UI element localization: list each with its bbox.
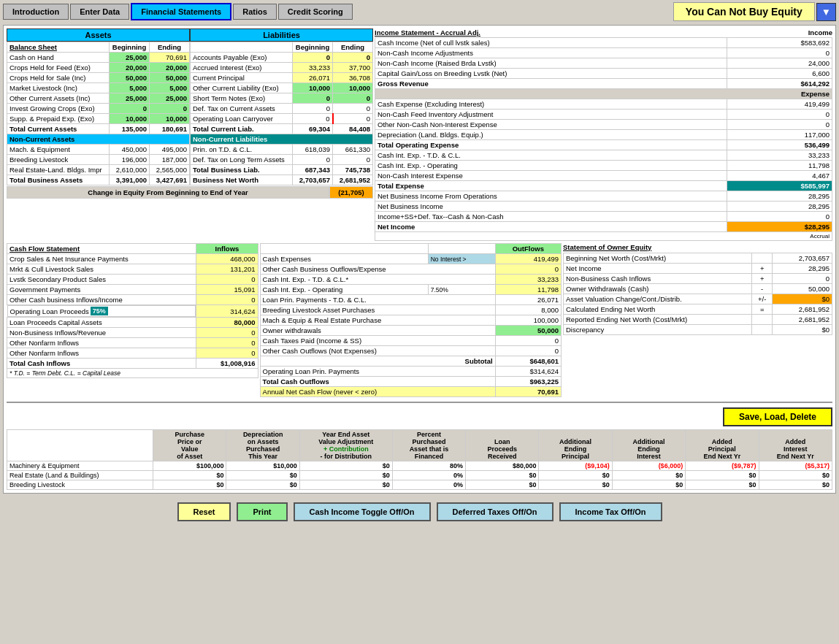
save-load-delete-button[interactable]: Save, Load, Delete [723, 407, 832, 426]
top-navigation: Introduction Enter Data Financial Statem… [0, 0, 839, 23]
income-tax-button[interactable]: Income Tax Off/On [559, 502, 662, 521]
accrual-label: Accrual [375, 232, 832, 241]
page-title: You Can Not Buy Equity [673, 2, 815, 21]
col-add-ep-header: AdditionalEndingPrincipal [539, 430, 612, 461]
col-added-p-header: AddedPrincipalEnd Next Yr [686, 430, 759, 461]
liabilities-header: Liabilities [190, 28, 373, 42]
beginning-header: Beginning [110, 42, 150, 53]
equity-change-label: Change in Equity From Beginning to End o… [7, 186, 329, 199]
assets-header: Assets [7, 28, 190, 42]
asset-cash-on-hand: Cash on Hand [7, 53, 110, 63]
asset-row-breeding-livestock: Breeding Livestock $0 $0 $0 0% $0 $0 $0 … [7, 480, 832, 490]
main-content: Assets Balance Sheet Beginning Ending Ca… [3, 25, 836, 494]
ending-header: Ending [150, 42, 190, 53]
cash-flow-inflows-table: Cash Flow Statement Inflows Crop Sales &… [7, 243, 258, 378]
liabilities-table: Beginning Ending Accounts Payable (Exo)0… [190, 42, 373, 185]
footer-buttons: Reset Print Cash Income Toggle Off/On De… [0, 499, 839, 524]
col-loan-header: LoanProceedsReceived [466, 430, 539, 461]
col-depreciation-header: Depreciationon AssetsPurchasedThis Year [226, 430, 299, 461]
tab-financial-statements[interactable]: Financial Statements [131, 3, 231, 20]
asset-row-machinery: Machinery & Equipment $100,000 $10,000 $… [7, 461, 832, 471]
col-add-ei-header: AdditionalEndingInterest [612, 430, 685, 461]
title-dropdown-button[interactable]: ▼ [816, 3, 836, 21]
non-current-assets-header: Non-Current Assets [7, 134, 190, 145]
tab-introduction[interactable]: Introduction [3, 4, 69, 20]
tab-enter-data[interactable]: Enter Data [70, 4, 129, 20]
owner-equity-table: Beginning Net Worth (Cost/Mrkt)2,703,657… [563, 253, 832, 335]
tab-ratios[interactable]: Ratios [233, 4, 277, 20]
assets-table: Balance Sheet Beginning Ending Cash on H… [7, 42, 190, 185]
income-statement-title: Income Statement - Accrual Adj. [375, 28, 480, 37]
col-percent-header: PercentPurchasedAsset that isFinanced [392, 430, 465, 461]
asset-purchase-section: PurchasePrice orValueof Asset Depreciati… [7, 407, 832, 490]
col-added-i-header: AddedInterestEnd Next Yr [759, 430, 832, 461]
tab-credit-scoring[interactable]: Credit Scoring [278, 4, 353, 20]
cash-flow-outflows-table: OutFlows Cash Expenses No Interest > 419… [260, 243, 562, 397]
asset-purchase-table: PurchasePrice orValueof Asset Depreciati… [7, 429, 832, 490]
cash-toggle-button[interactable]: Cash Income Toggle Off/On [294, 502, 431, 521]
col-yearend-header: Year End AssetValue Adjustment+ Contribu… [299, 430, 392, 461]
income-col-header: Income [808, 28, 832, 37]
asset-row-real-estate: Real Estate (Land & Buildings) $0 $0 $0 … [7, 471, 832, 480]
balance-sheet-title: Balance Sheet [7, 42, 110, 53]
income-statement-table: Cash Income (Net of cull lvstk sales)$58… [375, 37, 832, 241]
owner-equity-title: Statement of Owner Equity [563, 243, 832, 251]
equity-change-value: (21,705) [329, 186, 373, 199]
print-button[interactable]: Print [237, 502, 287, 521]
reset-button[interactable]: Reset [177, 502, 231, 521]
expense-header: Expense [375, 89, 832, 99]
non-current-liab-header: Non-Current Liabilities [191, 134, 373, 145]
deferred-taxes-button[interactable]: Deferred Taxes Off/On [437, 502, 553, 521]
col-purchase-header: PurchasePrice orValueof Asset [153, 430, 226, 461]
td-note: * T.D. = Term Debt. C.L. = Capital Lease [7, 369, 258, 378]
